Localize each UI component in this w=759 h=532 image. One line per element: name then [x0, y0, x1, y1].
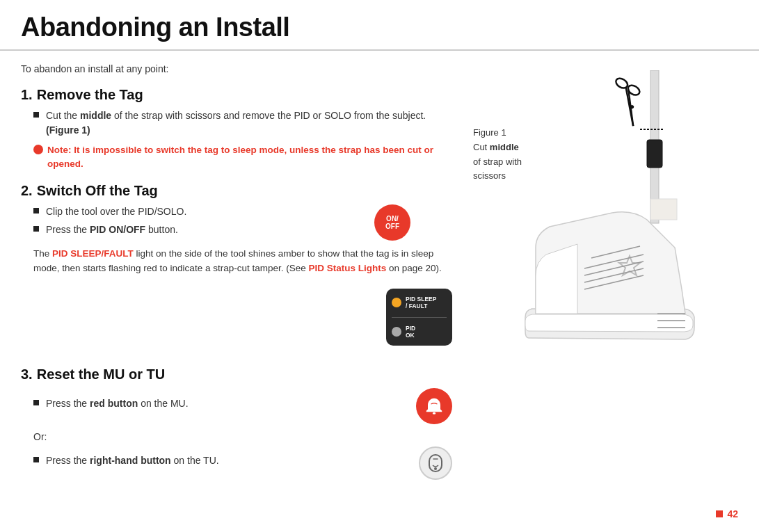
pid-ok-dot	[392, 327, 401, 337]
bullet-3-1-text: Press the red button on the MU.	[46, 396, 189, 411]
note-text: Note: It is impossible to switch the tag…	[47, 143, 452, 170]
bullet-2-2-text: Press the PID ON/OFF button.	[46, 223, 178, 237]
section-3-mu-row: Press the red button on the MU.	[21, 388, 452, 424]
bullet-icon	[33, 226, 39, 232]
section-3-label: Reset the MU or TU	[37, 366, 165, 382]
pid-sleep-row: PID SLEEP/ FAULT	[392, 296, 447, 309]
page-header: Abandoning an Install	[0, 0, 759, 51]
phone-icon	[425, 453, 446, 474]
section-2-pid-area: The PID SLEEP/FAULT light on the side of…	[21, 247, 452, 358]
pid-ok-row: PIDOK	[392, 325, 447, 339]
bell-badge	[416, 388, 452, 424]
section-2-label: Switch Off the Tag	[37, 183, 158, 199]
page-title: Abandoning an Install	[21, 13, 738, 42]
page-container: Abandoning an Install To abandon an inst…	[0, 0, 759, 532]
pid-ok-label: PIDOK	[406, 325, 415, 339]
section-2-title: 2. Switch Off the Tag	[21, 183, 452, 199]
page-number-square	[716, 510, 723, 517]
pid-status-link[interactable]: PID Status Lights	[308, 263, 386, 273]
bold-middle: middle	[80, 110, 111, 121]
figure-line4: scissors	[473, 170, 506, 181]
on-off-badge: ON/ OFF	[374, 204, 410, 241]
on-off-label-line2: OFF	[385, 223, 399, 230]
svg-point-0	[433, 412, 436, 414]
section-3-bullet-2-list: Press the right-hand button on the TU.	[33, 453, 401, 468]
shoe-svg	[508, 70, 717, 355]
svg-point-1	[434, 467, 437, 470]
pid-panel: PID SLEEP/ FAULT PIDOK	[386, 289, 452, 346]
figure-ref: (Figure 1)	[46, 124, 90, 136]
pid-sleep-label: PID SLEEP/ FAULT	[406, 296, 436, 309]
section-1-number: 1.	[21, 87, 33, 103]
phone-badge	[419, 446, 452, 480]
left-column: To abandon an install at any point: 1. R…	[21, 63, 452, 487]
svg-point-2	[614, 76, 630, 90]
bold-pid-onoff: PID ON/OFF	[90, 224, 145, 235]
section-3-bullet-1: Press the red button on the MU.	[33, 396, 399, 411]
bullet-1-text: Cut the middle of the strap with scissor…	[46, 108, 452, 138]
section-3-tu-row: Press the right-hand button on the TU.	[21, 446, 452, 480]
right-column: Figure 1 Cut middle of strap with scisso…	[466, 63, 730, 487]
on-off-label-line1: ON/	[386, 215, 399, 223]
bell-badge-wrap	[416, 388, 452, 424]
section-3-mu-inner: Press the red button on the MU.	[21, 396, 399, 417]
bullet-2-1-text: Clip the tool over the PID/SOLO.	[46, 204, 186, 219]
phone-badge-wrap	[419, 446, 452, 480]
section-2-number: 2.	[21, 183, 33, 199]
figure-area: Figure 1 Cut middle of strap with scisso…	[466, 70, 717, 369]
bell-icon	[424, 396, 445, 417]
content-area: To abandon an install at any point: 1. R…	[0, 51, 759, 494]
section-2-row: Clip the tool over the PID/SOLO. Press t…	[21, 204, 452, 243]
section-1: 1. Remove the Tag Cut the middle of the …	[21, 87, 452, 170]
section-2: 2. Switch Off the Tag Clip the tool over…	[21, 183, 452, 358]
bullet-icon	[33, 400, 39, 405]
section-3-number: 3.	[21, 366, 33, 382]
section-1-bullets: Cut the middle of the strap with scissor…	[33, 108, 452, 138]
section-3-tu-inner: Press the right-hand button on the TU.	[21, 453, 401, 474]
svg-rect-8	[647, 140, 662, 168]
shoe-illustration	[508, 70, 717, 355]
or-text: Or:	[33, 431, 452, 442]
bold-red-button: red button	[90, 398, 138, 409]
svg-rect-19	[650, 199, 677, 220]
note-box: Note: It is impossible to switch the tag…	[33, 143, 452, 170]
section-1-title: 1. Remove the Tag	[21, 87, 452, 103]
figure-line1: Figure 1	[473, 127, 506, 138]
section-1-bullet-1: Cut the middle of the strap with scissor…	[33, 108, 452, 138]
section-3-bullet-1-list: Press the red button on the MU.	[33, 396, 399, 411]
page-number-text: 42	[727, 508, 738, 519]
pid-sleep-dot	[392, 298, 401, 307]
page-number-area: 42	[716, 508, 738, 519]
section-3-title: 3. Reset the MU or TU	[21, 366, 452, 382]
bullet-icon	[33, 112, 39, 118]
intro-text: To abandon an install at any point:	[21, 63, 452, 74]
pid-sleep-fault-bold: PID SLEEP/FAULT	[52, 248, 134, 259]
note-icon	[33, 145, 43, 154]
bullet-icon	[33, 208, 39, 213]
section-3: 3. Reset the MU or TU Press the red butt…	[21, 366, 452, 480]
bold-right-hand-button: right-hand button	[90, 455, 171, 466]
section-2-body-text: The PID SLEEP/FAULT light on the side of…	[33, 247, 452, 276]
bullet-icon	[33, 457, 39, 462]
section-3-bullet-2: Press the right-hand button on the TU.	[33, 453, 401, 468]
bullet-3-2-text: Press the right-hand button on the TU.	[46, 453, 219, 468]
pid-divider	[392, 317, 447, 318]
section-1-label: Remove the Tag	[37, 87, 143, 103]
